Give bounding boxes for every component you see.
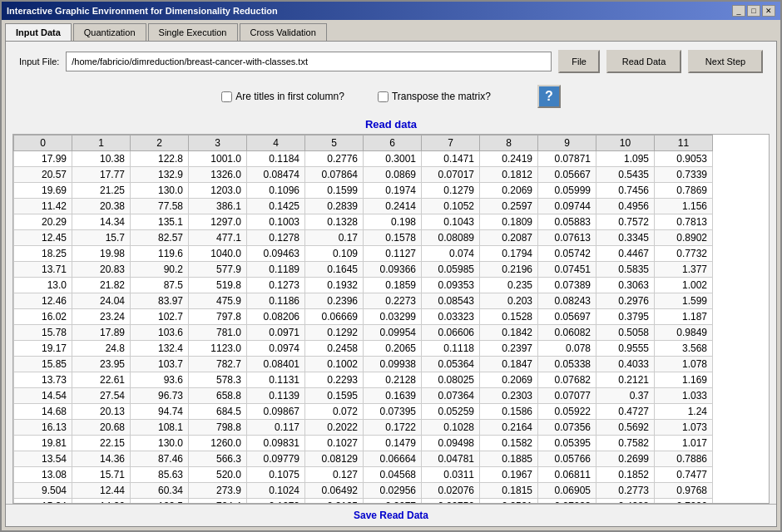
- cell-r5-c5: 0.17: [305, 230, 364, 246]
- cell-r0-c10: 1.095: [596, 151, 655, 167]
- table-row: 18.2519.98119.61040.00.094630.1090.11270…: [14, 246, 713, 262]
- cell-r0-c7: 0.1471: [422, 151, 480, 167]
- cell-r8-c9: 0.07389: [538, 278, 596, 293]
- cell-r19-c1: 14.36: [72, 451, 131, 467]
- tab-quantization[interactable]: Quantization: [73, 23, 146, 41]
- cell-r21-c11: 0.9768: [655, 483, 713, 499]
- cell-r12-c8: 0.2397: [480, 341, 538, 357]
- cell-r0-c1: 10.38: [72, 151, 131, 167]
- file-button[interactable]: File: [558, 50, 600, 73]
- cell-r20-c8: 0.1967: [480, 467, 538, 483]
- tab-cross-validation[interactable]: Cross Validation: [240, 23, 327, 41]
- cell-r16-c7: 0.05259: [422, 404, 480, 420]
- cell-r10-c8: 0.1528: [480, 309, 538, 325]
- tab-input-data[interactable]: Input Data: [5, 23, 72, 41]
- cell-r5-c11: 0.8902: [655, 230, 713, 246]
- maximize-button[interactable]: □: [747, 5, 760, 17]
- cell-r5-c1: 15.7: [72, 230, 131, 246]
- cell-r21-c8: 0.1815: [480, 483, 538, 499]
- cell-r14-c2: 93.6: [131, 372, 189, 388]
- cell-r2-c3: 1203.0: [189, 183, 247, 199]
- cell-r14-c6: 0.2128: [364, 372, 422, 388]
- cell-r1-c7: 0.07017: [422, 167, 480, 183]
- transpose-checkbox[interactable]: [378, 91, 389, 102]
- titles-checkbox-label[interactable]: Are titles in first column?: [221, 91, 344, 102]
- cell-r2-c2: 130.0: [131, 183, 189, 199]
- cell-r0-c8: 0.2419: [480, 151, 538, 167]
- cell-r9-c6: 0.2273: [364, 293, 422, 309]
- read-data-button[interactable]: Read Data: [606, 50, 681, 73]
- cell-r16-c10: 0.4727: [596, 404, 655, 420]
- col-header-0: 0: [14, 135, 72, 151]
- cell-r5-c9: 0.07613: [538, 230, 596, 246]
- cell-r15-c8: 0.2303: [480, 388, 538, 404]
- cell-r14-c10: 0.2121: [596, 372, 655, 388]
- input-file-field[interactable]: [66, 52, 552, 71]
- cell-r4-c2: 135.1: [131, 214, 189, 230]
- cell-r15-c6: 0.1639: [364, 388, 422, 404]
- cell-r14-c4: 0.1131: [247, 372, 305, 388]
- table-row: 16.1320.68108.1798.80.1170.20220.17220.1…: [14, 420, 713, 436]
- cell-r6-c2: 119.6: [131, 246, 189, 262]
- cell-r16-c9: 0.05922: [538, 404, 596, 420]
- cell-r6-c8: 0.1794: [480, 246, 538, 262]
- cell-r13-c8: 0.1847: [480, 357, 538, 372]
- cell-r7-c3: 577.9: [189, 262, 247, 278]
- cell-r2-c1: 21.25: [72, 183, 131, 199]
- cell-r12-c11: 3.568: [655, 341, 713, 357]
- tab-single-execution[interactable]: Single Execution: [148, 23, 238, 41]
- cell-r9-c3: 475.9: [189, 293, 247, 309]
- cell-r17-c9: 0.07356: [538, 420, 596, 436]
- cell-r16-c6: 0.07395: [364, 404, 422, 420]
- cell-r0-c6: 0.3001: [364, 151, 422, 167]
- close-button[interactable]: ✕: [762, 5, 775, 17]
- titles-checkbox[interactable]: [221, 91, 232, 102]
- cell-r4-c0: 20.29: [14, 214, 72, 230]
- table-row: 15.8523.95103.7782.70.084010.10020.09938…: [14, 357, 713, 372]
- cell-r12-c10: 0.9555: [596, 341, 655, 357]
- cell-r19-c3: 566.3: [189, 451, 247, 467]
- content-area: Input File: File Read Data Next Step Are…: [5, 41, 777, 527]
- col-header-6: 6: [364, 135, 422, 151]
- data-table-container[interactable]: 01234567891011 17.9910.38122.81001.00.11…: [12, 134, 770, 504]
- cell-r3-c6: 0.2414: [364, 199, 422, 214]
- cell-r5-c6: 0.1578: [364, 230, 422, 246]
- cell-r1-c3: 1326.0: [189, 167, 247, 183]
- cell-r1-c0: 20.57: [14, 167, 72, 183]
- cell-r3-c7: 0.1052: [422, 199, 480, 214]
- cell-r17-c8: 0.2164: [480, 420, 538, 436]
- col-header-5: 5: [305, 135, 364, 151]
- cell-r13-c3: 782.7: [189, 357, 247, 372]
- cell-r15-c1: 27.54: [72, 388, 131, 404]
- cell-r12-c5: 0.2458: [305, 341, 364, 357]
- cell-r11-c1: 17.89: [72, 325, 131, 341]
- col-header-3: 3: [189, 135, 247, 151]
- cell-r2-c6: 0.1974: [364, 183, 422, 199]
- tab-bar: Input Data Quantization Single Execution…: [2, 20, 780, 41]
- cell-r4-c6: 0.198: [364, 214, 422, 230]
- cell-r11-c9: 0.06082: [538, 325, 596, 341]
- cell-r3-c11: 1.156: [655, 199, 713, 214]
- next-step-button[interactable]: Next Step: [688, 50, 763, 73]
- window-title: Interactive Graphic Environment for Dime…: [7, 6, 278, 16]
- cell-r16-c2: 94.74: [131, 404, 189, 420]
- cell-r21-c9: 0.06905: [538, 483, 596, 499]
- cell-r5-c8: 0.2087: [480, 230, 538, 246]
- cell-r2-c5: 0.1599: [305, 183, 364, 199]
- cell-r8-c4: 0.1273: [247, 278, 305, 293]
- help-button[interactable]: ?: [537, 85, 561, 108]
- save-button[interactable]: Save Read Data: [6, 504, 776, 526]
- cell-r15-c7: 0.07364: [422, 388, 480, 404]
- table-row: 14.5427.5496.73658.80.11390.15950.16390.…: [14, 388, 713, 404]
- table-header-row: 01234567891011: [14, 135, 713, 151]
- cell-r9-c4: 0.1186: [247, 293, 305, 309]
- cell-r6-c6: 0.1127: [364, 246, 422, 262]
- transpose-checkbox-label[interactable]: Transpose the matrix?: [378, 91, 491, 102]
- title-bar: Interactive Graphic Environment for Dime…: [2, 2, 780, 20]
- cell-r12-c6: 0.2065: [364, 341, 422, 357]
- cell-r13-c5: 0.1002: [305, 357, 364, 372]
- minimize-button[interactable]: _: [732, 5, 745, 17]
- cell-r16-c11: 1.24: [655, 404, 713, 420]
- input-file-row: Input File: File Read Data Next Step: [6, 42, 776, 81]
- cell-r1-c5: 0.07864: [305, 167, 364, 183]
